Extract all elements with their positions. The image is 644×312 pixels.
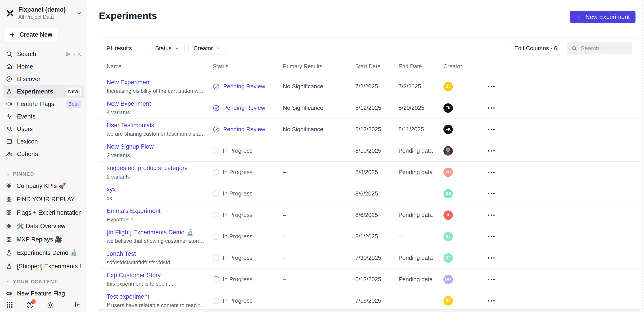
primary-results-cell: – <box>283 233 355 240</box>
section-list: Company KPIs 🚀FIND YOUR REPLAYFlags + Ex… <box>0 179 87 273</box>
row-actions-menu-icon[interactable] <box>484 236 498 237</box>
row-actions-menu-icon[interactable] <box>484 300 498 302</box>
primary-results-cell: No Significance <box>283 104 355 111</box>
section-header-pinned[interactable]: PINNED <box>6 171 82 177</box>
scrollbar[interactable] <box>642 0 643 312</box>
status-cell: Pending Review <box>213 104 283 112</box>
edit-columns-button[interactable]: Edit Columns · 6 <box>509 42 562 54</box>
table-row[interactable]: xyxxxIn Progress–8/6/2025–OS <box>99 183 640 204</box>
experiment-name-link[interactable]: xyx <box>107 186 206 193</box>
sidebar-item-home[interactable]: Home <box>3 60 84 73</box>
sidebar-item-experiments[interactable]: ExperimentsNew <box>3 85 84 98</box>
status-label: In Progress <box>223 233 252 240</box>
apps-grid-icon[interactable] <box>6 301 14 309</box>
experiment-name-link[interactable]: New Experiment <box>107 79 206 86</box>
row-actions-menu-icon[interactable] <box>484 129 498 130</box>
create-new-button[interactable]: Create New <box>4 27 58 42</box>
status-filter-dropdown[interactable]: Status <box>150 42 185 54</box>
sidebar-item-label: Company KPIs 🚀 <box>16 182 81 189</box>
creator-filter-dropdown[interactable]: Creator <box>188 42 226 54</box>
row-actions-menu-icon[interactable] <box>484 150 498 152</box>
experiment-name-cell: Exp Customer Storythis experiment is to … <box>107 272 213 287</box>
table-row[interactable]: New Signup Flow2 variantsIn Progress–8/1… <box>99 140 640 161</box>
sidebar-item-cohorts[interactable]: Cohorts <box>3 148 84 160</box>
table-row[interactable]: [In Flight] Experiments Demo 🔬we believe… <box>99 226 640 247</box>
table-row[interactable]: Jonah TestsdfdsfdsfsdfdffdfdsfsdfdsfdIn … <box>99 247 640 269</box>
experiment-name-link[interactable]: Exp Customer Story <box>107 272 206 279</box>
sidebar-item-events[interactable]: Events <box>3 110 84 123</box>
board-icon <box>6 196 12 202</box>
experiment-name-link[interactable]: Test experiment <box>107 293 206 300</box>
sidebar-item-label: Feature Flags <box>17 101 61 108</box>
table-search <box>567 42 632 54</box>
table-row[interactable]: New ExperimentIncreasing visibility of t… <box>99 76 640 97</box>
new-experiment-button[interactable]: New Experiment <box>570 11 636 23</box>
table-row[interactable]: Test experimentIf users have relatable c… <box>99 290 640 309</box>
row-actions-menu-icon[interactable] <box>484 214 498 216</box>
row-actions-menu-icon[interactable] <box>484 279 498 280</box>
column-header-name: Name <box>107 63 213 70</box>
sidebar-item-company-kpis[interactable]: Company KPIs 🚀 <box>3 179 84 193</box>
sidebar-item-find-your-replay[interactable]: FIND YOUR REPLAY <box>3 193 84 206</box>
experiment-name-link[interactable]: suggested_products_category <box>107 165 206 172</box>
sidebar-item-lexicon[interactable]: Lexicon <box>3 135 84 148</box>
experiment-name-link[interactable]: User Testimonials <box>107 122 206 129</box>
collapse-sidebar-icon[interactable] <box>74 301 81 309</box>
experiment-name-link[interactable]: New Signup Flow <box>107 143 206 150</box>
section-title: YOUR CONTENT <box>13 279 58 285</box>
sidebar-item-discover[interactable]: Discover <box>3 73 84 85</box>
sidebar-item-feature-flags[interactable]: Feature FlagsBeta <box>3 98 84 110</box>
table-footer <box>99 309 640 312</box>
sidebar-nav: HomeDiscoverExperimentsNewFeature FlagsB… <box>0 60 87 160</box>
discover-icon <box>6 76 12 82</box>
table-row[interactable]: New Experiment4 variantsPending ReviewNo… <box>99 97 640 119</box>
row-actions-menu-icon[interactable] <box>484 257 498 259</box>
sidebar-item-data-overview[interactable]: 🛠️ Data Overview <box>3 219 84 233</box>
start-date-cell: 8/8/2025 <box>355 169 398 176</box>
sidebar-item-label: 🛠️ Data Overview <box>16 222 81 230</box>
column-header-status: Status <box>213 63 283 70</box>
experiment-name-link[interactable]: Emma's Experiment <box>107 208 206 214</box>
sidebar-item-label: Discover <box>17 76 81 83</box>
table-search-input[interactable] <box>581 45 628 52</box>
main-content: Experiments New Experiment 91 results St… <box>87 0 644 312</box>
primary-results-cell: No Significance <box>283 126 355 133</box>
start-date-cell: 5/12/2025 <box>355 276 398 283</box>
experiment-name-link[interactable]: New Experiment <box>107 100 206 107</box>
sidebar-item-label: Lexicon <box>17 138 81 145</box>
experiment-name-cell: New ExperimentIncreasing visibility of t… <box>107 79 213 94</box>
status-label: In Progress <box>223 190 252 197</box>
section-header-your-content[interactable]: YOUR CONTENT <box>6 279 82 285</box>
table-row[interactable]: Emma's ExperimentHypothesisIn Progress–8… <box>99 204 640 226</box>
sidebar-item-flags-experimentation-demo[interactable]: Flags + Experimentation Demo 🧪 <box>3 206 84 219</box>
creator-avatar: JE <box>444 210 453 220</box>
experiment-description: Hypothesis <box>107 216 206 223</box>
sidebar-item-users[interactable]: Users <box>3 123 84 135</box>
start-date-cell: 7/15/2025 <box>355 297 398 304</box>
row-actions-menu-icon[interactable] <box>484 107 498 109</box>
status-cell: In Progress <box>213 169 283 176</box>
progress-circle-icon <box>213 255 219 261</box>
sidebar-item-search[interactable]: Search ⌘ + K <box>3 48 84 60</box>
help-icon[interactable] <box>26 301 34 309</box>
experiment-name-link[interactable]: [In Flight] Experiments Demo 🔬 <box>107 229 206 236</box>
status-cell: In Progress <box>213 212 283 218</box>
search-icon <box>6 51 12 57</box>
sidebar-divider <box>5 165 82 165</box>
table-row[interactable]: User Testimonialswe are sharing customer… <box>99 119 640 140</box>
experiment-name-link[interactable]: Jonah Test <box>107 250 206 257</box>
table-row[interactable]: suggested_products_category2 variantsIn … <box>99 161 640 183</box>
creator-avatar: RJ <box>444 232 453 241</box>
check-circle-icon <box>213 126 220 133</box>
flask-icon <box>6 250 12 256</box>
row-actions-menu-icon[interactable] <box>484 193 498 194</box>
gear-icon[interactable] <box>46 301 54 309</box>
workspace-switcher[interactable]: Fixpanel {demo} All Project Data <box>0 4 87 22</box>
table-row[interactable]: Exp Customer Storythis experiment is to … <box>99 269 640 290</box>
sidebar-item-shipped-experiments-demo[interactable]: [Shipped] Experiments Demo 🖊️ <box>3 260 84 273</box>
sidebar-item-mxp-replays[interactable]: MXP Replays 🎥 <box>3 233 84 246</box>
board-icon <box>6 223 12 229</box>
sidebar-item-experiments-demo[interactable]: Experiments Demo 🔬 <box>3 246 84 260</box>
row-actions-menu-icon[interactable] <box>484 172 498 173</box>
row-actions-menu-icon[interactable] <box>484 86 498 87</box>
